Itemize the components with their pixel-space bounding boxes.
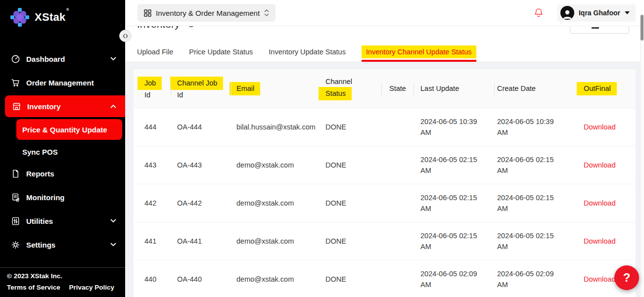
cell-last-update: 2024-06-05 02:15 AM [420,154,481,176]
cell-job-id: 443 [144,160,177,170]
sidebar-item-label: Settings [26,241,110,249]
cell-channel-status: DONE [325,236,389,247]
cell-last-update: 2024-06-05 02:15 AM [420,192,481,214]
column-header-email: Email [236,82,325,95]
chevron-down-icon [110,57,116,61]
sidebar-item-monitoring[interactable]: Monitoring [0,185,125,209]
download-link[interactable]: Download [584,198,636,209]
column-separator [414,83,414,95]
cell-email: demo@xstak.com [236,274,325,285]
column-separator [494,83,495,95]
cell-last-update: 2024-06-05 10:39 AM [420,116,481,138]
help-button[interactable]: ? [614,265,639,290]
sidebar-item-inventory[interactable]: Inventory [5,95,125,117]
table-header-row: JobIdChannel JobIdEmailChannelStatusStat… [134,69,636,108]
column-header-state: State [389,84,420,94]
sidebar-item-reports[interactable]: Reports [0,162,125,185]
header-text-highlighted: Status [319,87,352,100]
privacy-policy-link[interactable]: Privacy Policy [69,284,114,291]
chevron-down-icon [110,243,116,247]
avatar [560,6,574,20]
sidebar-item-utilities[interactable]: Utilities [0,209,125,233]
grid-icon [144,9,151,17]
sidebar-item-label: Utilities [26,217,110,225]
report-icon [11,169,20,178]
sidebar-item-label: Order Management [26,79,116,87]
header-text: Last Update [420,84,459,94]
sidebar-collapse-toggle[interactable] [119,30,132,42]
chevron-up-icon [110,104,116,108]
table-row-job-440: 440OA-440demo@xstak.comDONE2024-06-05 02… [134,260,636,297]
sidebar-menu: Dashboard Order Management Inventory Pri… [0,47,125,256]
column-separator [231,83,231,95]
cell-create-date: 2024-06-05 02:15 AM [497,230,557,252]
sidebar-item-label: Dashboard [26,55,110,63]
tab-inventory-update-status[interactable]: Inventory Update Status [269,48,346,56]
brand-logo[interactable]: XStak® [0,0,125,28]
page-heading-clipped: Inventory [137,26,195,30]
refresh-icon[interactable] [187,26,195,28]
tab-bar: Upload File Price Update Status Inventor… [125,42,644,62]
download-link[interactable]: Download [584,160,636,170]
terms-of-service-link[interactable]: Terms of Service [7,284,60,291]
header-text: Channel [325,77,352,87]
cell-email: bilal.hussain@xstak.com [236,122,325,132]
up-down-chevrons-icon [264,9,269,17]
scrollbar-track[interactable] [640,14,644,297]
cell-job-id: 442 [144,198,177,209]
cell-channel-status: DONE [325,274,389,285]
column-header-last-update: Last Update [420,84,497,94]
table-row-job-443: 443OA-443demo@xstak.comDONE2024-06-05 02… [134,146,636,184]
cell-channel-status: DONE [325,198,389,209]
download-link[interactable]: Download [584,122,636,132]
notification-bell-icon[interactable] [534,7,544,18]
cell-job-id: 444 [144,122,177,132]
cell-create-date: 2024-06-05 02:15 AM [497,154,557,176]
xstak-logo-icon [10,7,30,27]
header-text-highlighted: OutFinal [577,82,617,95]
cell-channel-job-id: OA-442 [177,198,236,209]
sidebar-subitem-label: Sync POS [22,148,58,156]
column-header-channel-job-id: Channel JobId [177,77,236,100]
sidebar-footer: © 2023 XStak Inc. Terms of Service Priva… [0,267,125,297]
tab-inventory-channel-update-status[interactable]: Inventory Channel Update Status [362,45,476,58]
sidebar-item-settings[interactable]: Settings [0,233,125,256]
cell-job-id: 441 [144,236,177,247]
sidebar-subitem-price-quantity-update[interactable]: Price & Quantity Update [16,119,122,140]
sidebar-item-order-management[interactable]: Order Management [0,71,125,94]
cart-icon [11,78,20,87]
sidebar-item-label: Inventory [27,102,110,111]
download-link[interactable]: Download [584,236,636,247]
column-header-create-date: Create Date [497,84,584,94]
cell-channel-job-id: OA-444 [177,122,236,132]
cell-create-date: 2024-06-05 10:39 AM [497,116,557,138]
column-separator [171,83,171,95]
scrollbar-thumb[interactable] [641,15,644,41]
cell-last-update: 2024-06-05 02:15 AM [420,230,481,252]
column-header-channel-status: ChannelStatus [325,77,389,100]
header-text: Id [144,90,150,100]
cell-channel-status: DONE [325,160,389,170]
user-name: Iqra Ghafoor [579,9,620,17]
header-text: State [389,84,406,94]
user-menu-button[interactable]: Iqra Ghafoor [557,4,636,22]
tab-price-update-status[interactable]: Price Update Status [189,48,253,56]
table-body: 444OA-444bilal.hussain@xstak.comDONE2024… [134,108,636,297]
partially-scrolled-button[interactable] [570,26,629,34]
cell-email: demo@xstak.com [236,198,325,209]
app-switcher-button[interactable]: Inventory & Order Management [138,4,276,22]
header-text-highlighted: Job [138,77,162,90]
header-text-highlighted: Channel Job [170,77,223,90]
brand-name: XStak® [35,11,69,24]
collapse-chevrons-icon [123,34,128,39]
monitoring-icon [11,193,20,202]
table-row-job-442: 442OA-442demo@xstak.comDONE2024-06-05 02… [134,184,636,222]
sidebar-subitem-sync-pos[interactable]: Sync POS [16,142,122,162]
column-separator [381,83,382,95]
tab-upload-file[interactable]: Upload File [137,48,173,56]
top-navbar: Inventory & Order Management Iqra Ghafoo… [125,0,644,26]
sidebar-item-dashboard[interactable]: Dashboard [0,47,125,71]
sliders-icon [11,216,20,226]
trademark-mark: ® [66,7,69,12]
store-icon [12,102,21,111]
